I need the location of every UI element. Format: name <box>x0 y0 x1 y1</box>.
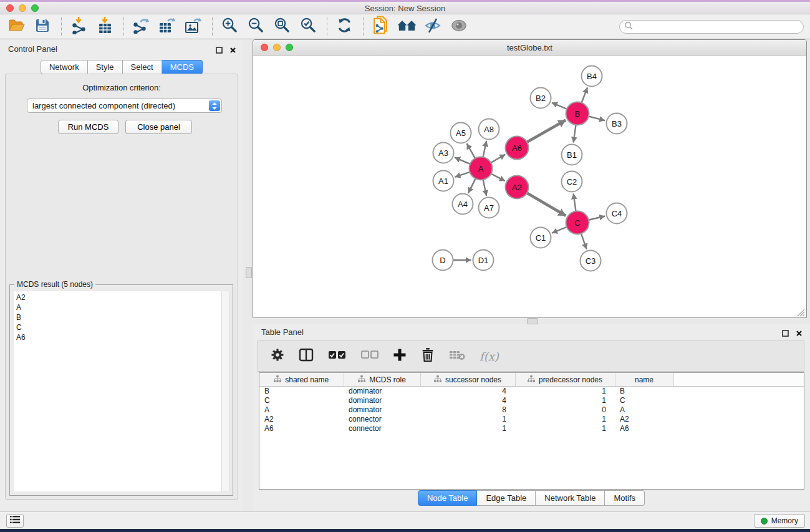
close-panel-icon[interactable] <box>229 45 236 56</box>
window-resize-grip[interactable] <box>797 308 805 316</box>
tab-motifs[interactable]: Motifs <box>605 490 645 506</box>
table-row[interactable]: Adominator80A <box>259 405 804 415</box>
home-button[interactable] <box>397 17 417 37</box>
table-cell[interactable]: 1 <box>515 387 615 397</box>
tab-edge-table[interactable]: Edge Table <box>477 490 536 506</box>
refresh-button[interactable] <box>334 17 354 37</box>
graph-node-B[interactable]: B <box>566 102 589 125</box>
deselect-all-button[interactable] <box>361 351 378 362</box>
table-cell[interactable]: 8 <box>420 405 515 415</box>
criterion-dropdown[interactable]: largest connected component (directed) <box>27 99 222 113</box>
table-cell[interactable]: 0 <box>515 405 615 415</box>
mcds-result-item[interactable]: A6 <box>16 332 221 342</box>
graph-node-B3[interactable]: B3 <box>607 114 627 134</box>
graph-node-C3[interactable]: C3 <box>581 251 601 271</box>
tab-node-table[interactable]: Node Table <box>418 490 478 506</box>
mcds-result-item[interactable]: B <box>16 312 221 322</box>
run-mcds-button[interactable]: Run MCDS <box>58 120 118 134</box>
table-cell[interactable]: dominator <box>344 387 420 397</box>
table-cell[interactable]: A6 <box>259 424 344 433</box>
graph-node-B1[interactable]: B1 <box>562 145 582 165</box>
delete-column-button[interactable] <box>421 347 435 365</box>
table-cell[interactable]: 1 <box>515 396 615 405</box>
toggle-columns-button[interactable] <box>299 348 314 364</box>
table-cell[interactable]: 1 <box>515 415 615 424</box>
network-canvas[interactable]: B4B2BB3A8A5A6A3B1AA1C2A2A4A7C4CC1C3DD1 <box>253 56 806 317</box>
zoom-fit-button[interactable] <box>272 17 292 37</box>
mcds-result-item[interactable]: A <box>16 302 221 312</box>
mcds-result-list[interactable]: A2ABCA6 <box>13 291 221 492</box>
table-cell[interactable]: dominator <box>344 405 420 415</box>
table-cell[interactable]: A6 <box>615 424 673 433</box>
apply-function-button[interactable]: f(x) <box>480 350 499 363</box>
tab-network[interactable]: Network <box>41 60 88 74</box>
graph-node-A4[interactable]: A4 <box>453 194 473 215</box>
tab-network-table[interactable]: Network Table <box>536 490 605 506</box>
mcds-result-item[interactable]: C <box>16 322 221 332</box>
table-cell[interactable]: B <box>259 387 344 397</box>
table-cell[interactable]: connector <box>344 415 420 424</box>
table-settings-button[interactable] <box>271 348 284 364</box>
show-details-button[interactable] <box>449 17 469 37</box>
table-cell[interactable]: 4 <box>420 396 515 405</box>
graph-node-A7[interactable]: A7 <box>479 198 499 218</box>
zoom-selected-button[interactable] <box>298 17 318 37</box>
graph-node-A8[interactable]: A8 <box>479 119 499 140</box>
save-session-button[interactable] <box>32 17 52 37</box>
graph-node-A3[interactable]: A3 <box>433 143 454 163</box>
tab-style[interactable]: Style <box>88 60 123 74</box>
table-cell[interactable]: 1 <box>420 415 515 424</box>
delete-table-button[interactable] <box>449 349 465 363</box>
table-cell[interactable]: 1 <box>515 424 615 433</box>
column-header-name[interactable]: name <box>615 373 673 387</box>
hide-details-button[interactable] <box>423 17 443 37</box>
import-table-button[interactable] <box>95 17 115 37</box>
graph-node-A5[interactable]: A5 <box>451 123 471 143</box>
column-header-successor-nodes[interactable]: successor nodes <box>420 373 515 387</box>
column-header-mcds-role[interactable]: MCDS role <box>344 373 420 387</box>
tab-mcds[interactable]: MCDS <box>162 60 203 74</box>
graph-node-B2[interactable]: B2 <box>531 88 551 109</box>
column-header-predecessor-nodes[interactable]: predecessor nodes <box>515 373 615 387</box>
export-table-button[interactable] <box>157 17 177 37</box>
table-row[interactable]: Cdominator41C <box>259 396 804 405</box>
table-cell[interactable]: A <box>259 405 344 415</box>
table-cell[interactable]: A2 <box>615 415 673 424</box>
graph-node-C4[interactable]: C4 <box>607 203 627 224</box>
table-row[interactable]: A2connector11A2 <box>259 415 804 424</box>
graph-node-A2[interactable]: A2 <box>506 176 529 199</box>
zoom-in-button[interactable] <box>219 17 239 37</box>
graph-node-D[interactable]: D <box>433 250 453 271</box>
column-header-shared-name[interactable]: shared name <box>259 373 344 387</box>
graph-node-A1[interactable]: A1 <box>433 171 454 191</box>
table-cell[interactable]: connector <box>344 424 420 433</box>
task-history-button[interactable] <box>6 514 24 528</box>
import-network-button[interactable] <box>69 17 89 37</box>
graph-node-B4[interactable]: B4 <box>582 66 602 87</box>
table-cell[interactable]: 4 <box>420 387 515 397</box>
select-all-button[interactable] <box>328 350 347 362</box>
vertical-split-handle[interactable] <box>246 267 252 278</box>
graph-node-D1[interactable]: D1 <box>473 250 494 271</box>
result-list-scrollbar[interactable] <box>221 291 229 492</box>
table-cell[interactable]: C <box>615 396 673 405</box>
network-window-titlebar[interactable]: testGlobe.txt <box>253 40 806 56</box>
horizontal-split-handle[interactable] <box>527 318 538 324</box>
zoom-out-button[interactable] <box>246 17 266 37</box>
table-row[interactable]: A6connector11A6 <box>259 424 804 433</box>
search-input[interactable] <box>635 21 803 33</box>
open-session-button[interactable] <box>6 17 26 37</box>
tab-select[interactable]: Select <box>123 60 162 74</box>
float-table-panel-icon[interactable] <box>782 328 789 339</box>
mcds-result-item[interactable]: A2 <box>16 293 221 302</box>
float-panel-icon[interactable] <box>216 45 223 56</box>
table-cell[interactable]: 1 <box>420 424 515 433</box>
table-row[interactable]: Bdominator41B <box>259 387 804 397</box>
table-cell[interactable]: C <box>259 396 344 405</box>
graph-node-A[interactable]: A <box>470 157 493 180</box>
graph-node-C[interactable]: C <box>566 211 589 235</box>
export-network-button[interactable] <box>131 17 151 37</box>
close-panel-button[interactable]: Close panel <box>125 120 192 134</box>
search-box[interactable] <box>619 20 804 34</box>
export-image-button[interactable] <box>183 17 203 37</box>
